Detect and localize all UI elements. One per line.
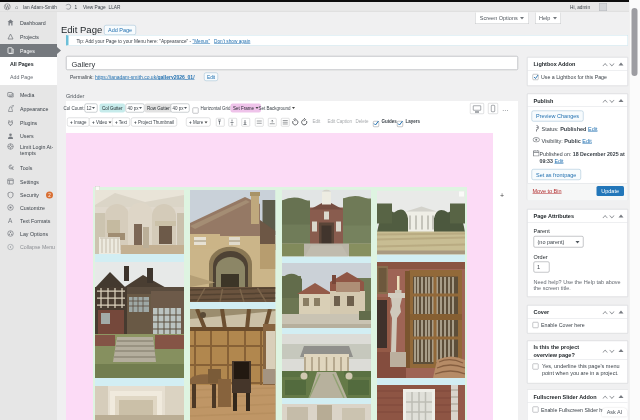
svg-text:A: A [8, 217, 13, 224]
